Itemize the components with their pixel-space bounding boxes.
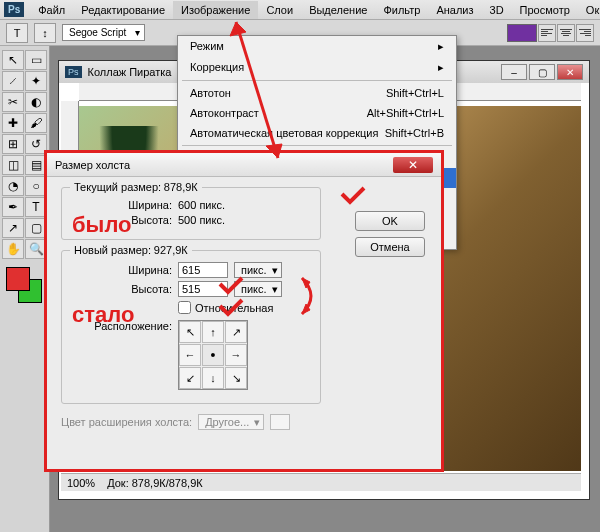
dialog-title: Размер холста [55, 159, 130, 171]
color-picker[interactable] [2, 267, 47, 307]
brush-tool-icon[interactable]: 🖌 [25, 113, 47, 133]
menu-image[interactable]: Изображение [173, 1, 258, 19]
svg-marker-1 [230, 22, 246, 36]
foreground-color[interactable] [6, 267, 30, 291]
current-width-label: Ширина: [72, 199, 172, 211]
lasso-tool-icon[interactable]: ⟋ [2, 71, 24, 91]
ok-button[interactable]: OK [355, 211, 425, 231]
menu-view[interactable]: Просмотр [512, 1, 578, 19]
annotation-stalo: стало [72, 302, 134, 328]
align-right-icon[interactable] [576, 24, 594, 42]
move-tool-icon[interactable]: ↖ [2, 50, 24, 70]
path-tool-icon[interactable]: ↗ [2, 218, 24, 238]
annotation-check-ok [340, 186, 370, 206]
annotation-bylo: было [72, 212, 132, 238]
current-height-value: 500 пикс. [178, 214, 225, 226]
anchor-se[interactable]: ↘ [225, 367, 247, 389]
annotation-check-width [218, 276, 248, 296]
text-color-swatch[interactable] [507, 24, 537, 42]
cancel-button[interactable]: Отмена [355, 237, 425, 257]
ps-logo: Ps [4, 2, 24, 17]
anchor-nw[interactable]: ↖ [179, 321, 201, 343]
anchor-ne[interactable]: ↗ [225, 321, 247, 343]
eyedropper-tool-icon[interactable]: ◐ [25, 92, 47, 112]
orientation-toggle[interactable]: ↕ [34, 23, 56, 43]
heal-tool-icon[interactable]: ✚ [2, 113, 24, 133]
anchor-s[interactable]: ↓ [202, 367, 224, 389]
menu-3d[interactable]: 3D [482, 1, 512, 19]
eraser-tool-icon[interactable]: ◫ [2, 155, 24, 175]
extension-color-label: Цвет расширения холста: [61, 416, 192, 428]
text-tool-icon[interactable]: T [6, 23, 28, 43]
document-title: Коллаж Пиратка [88, 66, 172, 78]
annotation-arrow-menu [168, 18, 288, 178]
dialog-close-button[interactable]: ✕ [393, 157, 433, 173]
pen-tool-icon[interactable]: ✒ [2, 197, 24, 217]
blur-tool-icon[interactable]: ◔ [2, 176, 24, 196]
align-left-icon[interactable] [538, 24, 556, 42]
extension-color-swatch[interactable] [270, 414, 290, 430]
annotation-link-arrow [296, 274, 326, 320]
anchor-w[interactable]: ← [179, 344, 201, 366]
doc-info: Док: 878,9К/878,9К [107, 477, 203, 489]
anchor-center[interactable]: • [202, 344, 224, 366]
anchor-n[interactable]: ↑ [202, 321, 224, 343]
svg-marker-2 [266, 144, 282, 158]
menu-analysis[interactable]: Анализ [428, 1, 481, 19]
anchor-e[interactable]: → [225, 344, 247, 366]
relative-checkbox[interactable] [178, 301, 191, 314]
svg-line-0 [236, 22, 278, 158]
current-width-value: 600 пикс. [178, 199, 225, 211]
anchor-sw[interactable]: ↙ [179, 367, 201, 389]
align-center-icon[interactable] [557, 24, 575, 42]
stamp-tool-icon[interactable]: ⊞ [2, 134, 24, 154]
menubar: Ps Файл Редактирование Изображение Слои … [0, 0, 600, 20]
tools-panel: ↖ ▭ ⟋ ✦ ✂ ◐ ✚ 🖌 ⊞ ↺ ◫ ▤ ◔ ○ ✒ T ↗ ▢ ✋ 🔍 [0, 46, 50, 532]
crop-tool-icon[interactable]: ✂ [2, 92, 24, 112]
close-button[interactable]: ✕ [557, 64, 583, 80]
menu-filter[interactable]: Фильтр [375, 1, 428, 19]
status-bar: 100% Док: 878,9К/878,9К [61, 473, 581, 491]
maximize-button[interactable]: ▢ [529, 64, 555, 80]
annotation-check-height [218, 298, 248, 318]
zoom-level[interactable]: 100% [67, 477, 95, 489]
ps-doc-icon: Ps [65, 66, 82, 78]
menu-file[interactable]: Файл [30, 1, 73, 19]
marquee-tool-icon[interactable]: ▭ [25, 50, 47, 70]
wand-tool-icon[interactable]: ✦ [25, 71, 47, 91]
menu-select[interactable]: Выделение [301, 1, 375, 19]
menu-window[interactable]: Окно [578, 1, 600, 19]
anchor-grid[interactable]: ↖ ↑ ↗ ← • → ↙ ↓ ↘ [178, 320, 248, 390]
font-family-select[interactable]: Segoe Script [62, 24, 145, 41]
menu-edit[interactable]: Редактирование [73, 1, 173, 19]
hand-tool-icon[interactable]: ✋ [2, 239, 24, 259]
menu-layers[interactable]: Слои [258, 1, 301, 19]
new-height-label: Высота: [72, 283, 172, 295]
minimize-button[interactable]: – [501, 64, 527, 80]
new-width-label: Ширина: [72, 264, 172, 276]
extension-color-select[interactable]: Другое... [198, 414, 264, 430]
